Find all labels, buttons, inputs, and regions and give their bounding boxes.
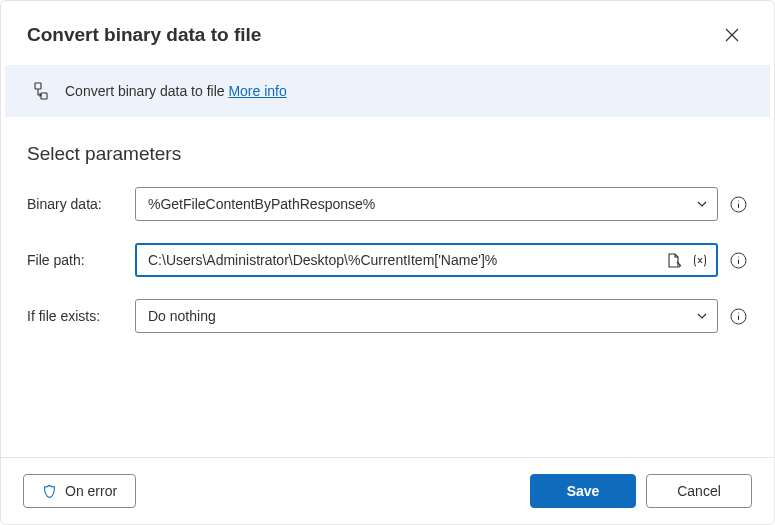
info-icon[interactable] [728,250,748,270]
more-info-link[interactable]: More info [228,83,286,99]
section-title: Select parameters [27,143,748,165]
info-banner-desc: Convert binary data to file [65,83,228,99]
row-if-file-exists: If file exists: Do nothing [27,299,748,333]
shield-icon [42,484,57,499]
dialog-footer: On error Save Cancel [1,457,774,524]
label-if-file-exists: If file exists: [27,308,125,324]
svg-point-7 [737,312,738,313]
file-path-input[interactable]: C:\Users\Administrator\Desktop\%CurrentI… [135,243,718,277]
cancel-label: Cancel [677,483,721,499]
info-banner: Convert binary data to file More info [5,65,770,117]
dialog-body: Select parameters Binary data: %GetFileC… [1,117,774,457]
file-picker-icon[interactable] [666,252,683,269]
chevron-down-icon [695,197,709,211]
svg-rect-0 [35,83,41,89]
svg-point-3 [737,200,738,201]
chevron-down-icon [695,309,709,323]
info-icon[interactable] [728,194,748,214]
if-file-exists-value: Do nothing [148,308,695,324]
dialog-header: Convert binary data to file [1,1,774,65]
dialog-title: Convert binary data to file [27,24,261,46]
save-label: Save [567,483,600,499]
svg-point-5 [737,256,738,257]
info-icon[interactable] [728,306,748,326]
if-file-exists-dropdown[interactable]: Do nothing [135,299,718,333]
svg-rect-1 [41,93,47,99]
row-file-path: File path: C:\Users\Administrator\Deskto… [27,243,748,277]
on-error-button[interactable]: On error [23,474,136,508]
convert-file-icon [31,81,51,101]
save-button[interactable]: Save [530,474,636,508]
info-banner-text: Convert binary data to file More info [65,83,287,99]
on-error-label: On error [65,483,117,499]
label-binary-data: Binary data: [27,196,125,212]
label-file-path: File path: [27,252,125,268]
close-icon [725,28,739,42]
close-button[interactable] [716,19,748,51]
variable-picker-icon[interactable] [691,252,709,269]
binary-data-value: %GetFileContentByPathResponse% [148,196,695,212]
cancel-button[interactable]: Cancel [646,474,752,508]
file-path-value: C:\Users\Administrator\Desktop\%CurrentI… [148,252,666,268]
row-binary-data: Binary data: %GetFileContentByPathRespon… [27,187,748,221]
binary-data-dropdown[interactable]: %GetFileContentByPathResponse% [135,187,718,221]
